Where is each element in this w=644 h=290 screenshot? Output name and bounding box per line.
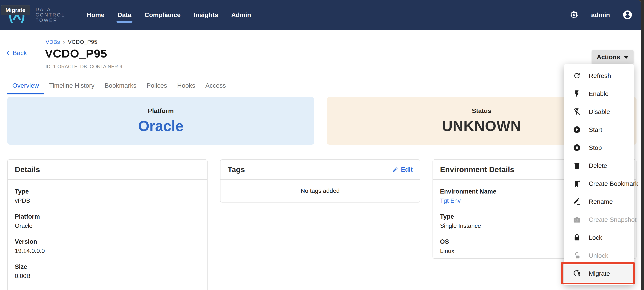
field-platform: Platform Oracle — [15, 213, 200, 230]
menu-item-stop[interactable]: Stop — [564, 139, 634, 156]
tags-empty-text: No tags added — [220, 180, 420, 202]
back-button[interactable]: ‹ Back — [6, 49, 27, 56]
chevron-down-icon — [624, 56, 629, 59]
nav-item-data[interactable]: Data — [117, 8, 132, 21]
migrate-tooltip: Migrate — [1, 5, 30, 15]
field-type-label: Type — [15, 188, 200, 195]
details-card-header: Details — [8, 160, 207, 180]
platform-banner-label: Platform — [148, 107, 174, 114]
menu-item-label: Stop — [589, 144, 602, 151]
menu-item-label: Enable — [589, 90, 608, 98]
field-platform-value: Oracle — [15, 222, 200, 230]
details-card: Details Type vPDB Platform Oracle Versio… — [7, 160, 208, 290]
details-card-body: Type vPDB Platform Oracle Version 19.14.… — [8, 180, 207, 290]
actions-button[interactable]: Actions — [592, 50, 634, 64]
breadcrumb-vdbs-link[interactable]: VDBs — [46, 39, 60, 45]
field-type-value: vPDB — [15, 197, 200, 204]
menu-item-lock[interactable]: Lock — [564, 228, 634, 246]
page-title: VCDO_P95 — [45, 47, 107, 60]
nav-item-admin[interactable]: Admin — [230, 8, 252, 21]
menu-item-create-snapshot[interactable]: Create Snapshot — [564, 210, 634, 228]
flash-off-icon — [573, 108, 581, 116]
field-jdbc: JDBC jdbc:oracle:thin:@(DESCRIPTION=(ENA… — [15, 288, 200, 290]
api-chip-icon[interactable] — [570, 10, 579, 20]
user-avatar-icon[interactable] — [622, 10, 633, 20]
screen: (X) DATA CONTROL TOWER Home Data Complia… — [0, 0, 644, 290]
details-card-title: Details — [15, 165, 40, 174]
status-banner-value: UNKNOWN — [442, 118, 521, 134]
menu-item-migrate[interactable]: Migrate — [564, 264, 634, 282]
menu-item-label: Rename — [589, 198, 613, 205]
field-version: Version 19.14.0.0.0 — [15, 238, 200, 254]
pencil-icon — [392, 166, 398, 172]
rename-icon — [573, 198, 581, 206]
menu-item-rename[interactable]: Rename — [564, 192, 634, 210]
nav-links: Home Data Compliance Insights Admin — [86, 8, 252, 21]
tags-card-title: Tags — [228, 165, 245, 174]
logo-line-3: TOWER — [36, 18, 65, 23]
platform-banner: Platform Oracle — [7, 97, 314, 145]
menu-item-label: Disable — [589, 108, 610, 116]
back-chevron-icon: ‹ — [6, 48, 9, 56]
menu-item-delete[interactable]: Delete — [564, 156, 634, 174]
edit-tags-button[interactable]: Edit — [392, 166, 413, 173]
actions-menu: Refresh Enable Disable Start Stop Delete — [564, 64, 634, 285]
menu-item-refresh[interactable]: Refresh — [564, 67, 634, 85]
field-version-value: 19.14.0.0.0 — [15, 247, 200, 254]
menu-item-create-bookmark[interactable]: Create Bookmark — [564, 174, 634, 192]
refresh-icon — [573, 72, 581, 80]
tags-card: Tags Edit No tags added — [220, 160, 420, 202]
migrate-icon — [573, 270, 581, 278]
stop-circle-icon — [573, 144, 581, 152]
menu-item-label: Start — [589, 126, 602, 134]
object-id: ID: 1-ORACLE_DB_CONTAINER-9 — [46, 64, 122, 70]
field-jdbc-label: JDBC — [15, 288, 200, 290]
tab-timeline-history[interactable]: Timeline History — [44, 78, 100, 94]
tags-card-header: Tags Edit — [220, 160, 420, 180]
tab-bar: Overview Timeline History Bookmarks Poli… — [7, 78, 231, 94]
back-label: Back — [12, 49, 27, 56]
camera-icon — [573, 216, 581, 224]
trash-icon — [573, 162, 581, 170]
status-banner-label: Status — [472, 107, 491, 114]
app-window: (X) DATA CONTROL TOWER Home Data Complia… — [0, 0, 642, 290]
breadcrumb: VDBs › VCDO_P95 — [46, 38, 97, 45]
breadcrumb-separator: › — [63, 38, 65, 45]
field-platform-label: Platform — [15, 213, 200, 220]
nav-item-compliance[interactable]: Compliance — [144, 8, 181, 21]
field-size-value: 0.00B — [15, 272, 200, 280]
breadcrumb-current: VCDO_P95 — [68, 39, 97, 45]
tab-hooks[interactable]: Hooks — [172, 78, 200, 94]
field-size: Size 0.00B — [15, 263, 200, 280]
lock-open-icon — [573, 252, 581, 260]
lock-icon — [573, 234, 581, 242]
field-version-label: Version — [15, 238, 200, 245]
nav-right: admin — [570, 10, 633, 20]
bookmark-add-icon — [573, 180, 581, 188]
nav-item-home[interactable]: Home — [86, 8, 105, 21]
field-type: Type vPDB — [15, 188, 200, 204]
logo-line-1: DATA — [36, 7, 65, 12]
menu-item-enable[interactable]: Enable — [564, 85, 634, 103]
tab-access[interactable]: Access — [200, 78, 231, 94]
environment-card-title: Environment Details — [440, 165, 514, 174]
menu-item-label: Lock — [589, 234, 602, 241]
menu-item-disable[interactable]: Disable — [564, 103, 634, 121]
menu-item-label: Create Bookmark — [589, 180, 638, 187]
menu-item-start[interactable]: Start — [564, 121, 634, 139]
field-size-label: Size — [15, 263, 200, 270]
tab-polices[interactable]: Polices — [142, 78, 172, 94]
edit-label: Edit — [401, 166, 413, 173]
actions-button-label: Actions — [597, 54, 620, 61]
menu-item-label: Migrate — [589, 270, 610, 277]
play-circle-icon — [573, 126, 581, 134]
logo-line-2: CONTROL — [36, 12, 65, 18]
menu-item-label: Create Snapshot — [589, 216, 636, 223]
menu-item-label: Delete — [589, 162, 607, 169]
tab-overview[interactable]: Overview — [7, 78, 44, 94]
nav-item-insights[interactable]: Insights — [193, 8, 219, 21]
menu-item-label: Refresh — [589, 72, 611, 80]
tab-bookmarks[interactable]: Bookmarks — [100, 78, 142, 94]
username-label: admin — [591, 11, 610, 18]
menu-item-unlock[interactable]: Unlock — [564, 246, 634, 264]
